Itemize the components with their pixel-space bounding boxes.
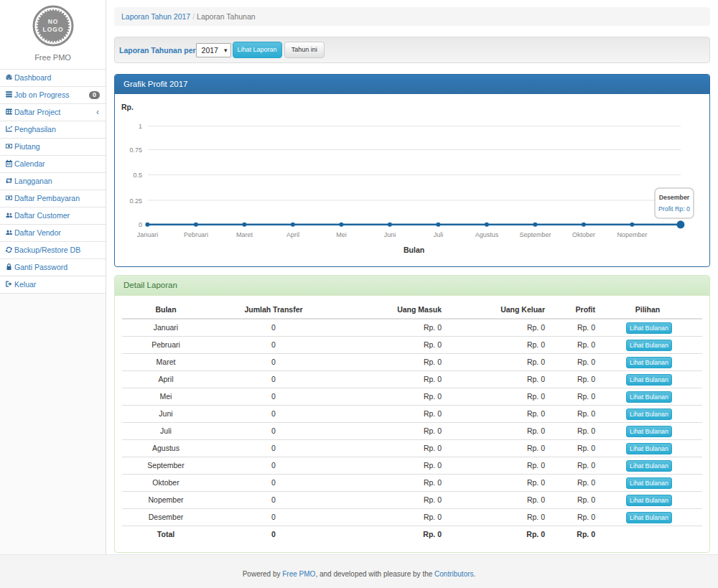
svg-text:Oktober: Oktober bbox=[572, 231, 595, 238]
svg-text:April: April bbox=[286, 231, 299, 238]
svg-text:Agustus: Agustus bbox=[475, 231, 499, 238]
svg-text:Juli: Juli bbox=[434, 231, 444, 238]
svg-text:Januari: Januari bbox=[137, 231, 159, 238]
svg-text:NO: NO bbox=[47, 18, 58, 25]
svg-text:Rp.: Rp. bbox=[121, 103, 134, 111]
svg-text:Nopember: Nopember bbox=[617, 231, 647, 238]
svg-text:1: 1 bbox=[139, 123, 142, 130]
svg-text:Juni: Juni bbox=[384, 231, 396, 238]
svg-text:0.5: 0.5 bbox=[133, 172, 142, 179]
svg-text:Profit Rp: 0: Profit Rp: 0 bbox=[658, 205, 690, 213]
svg-text:Desember: Desember bbox=[659, 194, 690, 201]
svg-text:0.75: 0.75 bbox=[129, 146, 142, 154]
svg-text:0: 0 bbox=[139, 221, 142, 228]
svg-text:September: September bbox=[519, 231, 551, 238]
svg-text:Bulan: Bulan bbox=[404, 246, 424, 254]
svg-text:0.25: 0.25 bbox=[129, 197, 142, 205]
svg-text:Maret: Maret bbox=[236, 231, 253, 238]
svg-text:LOGO: LOGO bbox=[42, 26, 63, 33]
svg-text:Mei: Mei bbox=[336, 231, 347, 238]
svg-text:Pebruari: Pebruari bbox=[184, 231, 208, 238]
